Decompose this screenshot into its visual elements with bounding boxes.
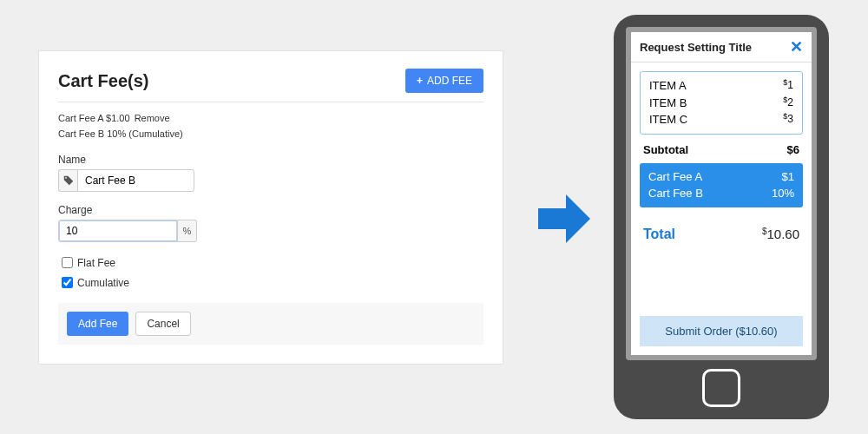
- fee-amount: 10%: [772, 185, 794, 202]
- item-price: $2: [783, 95, 793, 112]
- existing-fees-list: Cart Fee A $1.00 Remove Cart Fee B 10% (…: [58, 111, 483, 141]
- fee-amount: $1: [782, 168, 794, 186]
- form-actions: Add Fee Cancel: [58, 303, 483, 345]
- fee-text: Cart Fee B 10% (Cumulative): [58, 128, 183, 139]
- sheet-title: Request Setting Title: [640, 41, 752, 54]
- fees-box: Cart Fee A $1 Cart Fee B 10%: [640, 163, 803, 207]
- items-box: ITEM A $1 ITEM B $2 ITEM C $3: [640, 71, 803, 135]
- fee-row: Cart Fee A $1: [648, 168, 794, 186]
- name-input-group: [58, 169, 483, 192]
- order-item: ITEM C $3: [649, 111, 793, 128]
- subtotal-label: Subtotal: [643, 143, 688, 156]
- item-price: $3: [783, 111, 793, 128]
- fee-text: Cart Fee A $1.00: [58, 113, 130, 123]
- total-row: Total $10.60: [643, 227, 799, 242]
- cancel-label: Cancel: [147, 318, 179, 330]
- percent-addon: %: [178, 220, 197, 242]
- cumulative-checkbox[interactable]: [62, 277, 73, 288]
- order-item: ITEM A $1: [649, 77, 793, 95]
- charge-label: Charge: [58, 204, 483, 216]
- submit-order-label: Submit Order ($10.60): [665, 325, 777, 338]
- item-price: $1: [783, 77, 793, 95]
- fee-charge-input[interactable]: [58, 220, 178, 242]
- item-name: ITEM A: [649, 77, 687, 95]
- order-sheet: Request Setting Title ✕ ITEM A $1 ITEM B…: [631, 32, 812, 355]
- add-fee-top-button[interactable]: + ADD FEE: [405, 69, 483, 93]
- subtotal-value: $6: [787, 143, 799, 156]
- add-fee-submit-button[interactable]: Add Fee: [67, 312, 128, 336]
- cumulative-option[interactable]: Cumulative: [58, 274, 483, 291]
- add-fee-submit-label: Add Fee: [78, 318, 117, 330]
- tag-icon: [58, 169, 77, 192]
- remove-fee-link[interactable]: Remove: [135, 113, 170, 123]
- cancel-button[interactable]: Cancel: [135, 312, 190, 336]
- fee-row: Cart Fee B 10%: [648, 185, 794, 202]
- fee-name: Cart Fee A: [648, 168, 702, 186]
- fee-name-input[interactable]: [77, 169, 194, 192]
- divider: [58, 102, 483, 102]
- panel-title: Cart Fee(s): [58, 71, 148, 91]
- sheet-body: ITEM A $1 ITEM B $2 ITEM C $3 Subtotal $…: [631, 62, 812, 355]
- sheet-header: Request Setting Title ✕: [631, 32, 812, 62]
- item-name: ITEM B: [649, 95, 687, 112]
- add-fee-top-label: ADD FEE: [427, 75, 472, 87]
- phone-frame: Request Setting Title ✕ ITEM A $1 ITEM B…: [614, 15, 829, 419]
- plus-icon: +: [417, 75, 423, 87]
- cart-fees-panel: Cart Fee(s) + ADD FEE Cart Fee A $1.00 R…: [38, 50, 503, 365]
- close-icon[interactable]: ✕: [790, 39, 803, 55]
- fee-name: Cart Fee B: [648, 185, 703, 202]
- arrow-icon: [538, 194, 590, 243]
- subtotal-row: Subtotal $6: [643, 143, 799, 156]
- phone-home-button[interactable]: [702, 369, 740, 407]
- cumulative-label: Cumulative: [77, 277, 129, 289]
- submit-order-button[interactable]: Submit Order ($10.60): [640, 316, 803, 346]
- flat-fee-checkbox[interactable]: [62, 257, 73, 268]
- fee-list-item: Cart Fee A $1.00 Remove: [58, 111, 483, 127]
- charge-input-group: %: [58, 220, 483, 242]
- total-label: Total: [643, 227, 675, 242]
- total-value: $10.60: [762, 227, 799, 241]
- phone-screen: Request Setting Title ✕ ITEM A $1 ITEM B…: [626, 27, 817, 360]
- item-name: ITEM C: [649, 111, 687, 128]
- order-item: ITEM B $2: [649, 95, 793, 112]
- flat-fee-label: Flat Fee: [77, 257, 115, 269]
- panel-header: Cart Fee(s) + ADD FEE: [58, 69, 483, 93]
- fee-list-item: Cart Fee B 10% (Cumulative): [58, 127, 483, 142]
- flat-fee-option[interactable]: Flat Fee: [58, 254, 483, 271]
- name-label: Name: [58, 154, 483, 166]
